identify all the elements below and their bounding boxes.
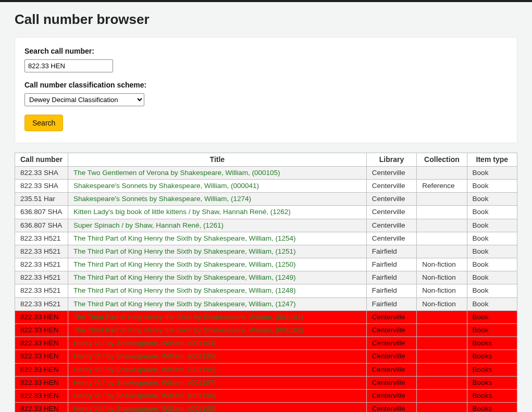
cell-title: Kitten Lady's big book of little kittens… <box>68 206 366 219</box>
table-row: 822.33 HENHenry VI / by Shakespeare, Wil… <box>15 350 517 363</box>
title-link[interactable]: The Two Gentlemen of Verona by Shakespea… <box>73 169 280 177</box>
title-link[interactable]: The Third Part of King Henry the Sixth b… <box>73 247 296 255</box>
cell-collection: Non-fiction <box>417 258 467 271</box>
cell-title: Super Spinach / by Shaw, Hannah René, (1… <box>68 219 366 232</box>
table-row: 822.33 HENHenry VI / by Shakespeare, Wil… <box>15 363 517 376</box>
cell-collection <box>417 206 467 219</box>
title-link[interactable]: Henry VI / by Shakespeare, William, (001… <box>73 339 216 347</box>
cell-collection <box>417 310 467 323</box>
cell-item-type: Books <box>467 389 517 402</box>
results-table-wrap: Call number Title Library Collection Ite… <box>15 153 517 412</box>
table-body: 822.33 SHAThe Two Gentlemen of Verona by… <box>15 166 517 412</box>
cell-title: Henry VI / by Shakespeare, William, (001… <box>68 363 366 376</box>
cell-library: Centerville <box>366 193 416 206</box>
cell-library: Fairfield <box>366 245 416 258</box>
page: Call number browser Search call number: … <box>0 11 532 412</box>
search-call-number-label: Search call number: <box>24 47 508 55</box>
cell-call-number: 822.33 HEN <box>15 376 68 389</box>
table-row: 822.33 H521The Third Part of King Henry … <box>15 258 517 271</box>
cell-item-type: Books <box>467 376 517 389</box>
cell-call-number: 636.807 SHA <box>15 219 68 232</box>
title-link[interactable]: Kitten Lady's big book of little kittens… <box>73 208 291 216</box>
table-row: 822.33 H521The Third Part of King Henry … <box>15 245 517 258</box>
search-button[interactable]: Search <box>24 115 63 131</box>
col-header-itemtype: Item type <box>467 153 517 167</box>
search-call-number-input[interactable] <box>24 59 113 72</box>
cell-collection <box>417 245 467 258</box>
cell-call-number: 822.33 SHA <box>15 179 68 192</box>
cell-item-type: Book <box>467 219 517 232</box>
cell-title: Henry VI / by Shakespeare, William, (001… <box>68 403 366 412</box>
title-link[interactable]: Shakespeare's Sonnets by Shakespeare, Wi… <box>73 182 259 190</box>
cell-call-number: 822.33 H521 <box>15 232 68 245</box>
cell-collection <box>417 324 467 337</box>
cell-title: The Third Part of King Henry the Sixth b… <box>68 258 366 271</box>
cell-title: The Third Part of King Henry the Sixth b… <box>68 245 366 258</box>
table-row: 822.33 H521The Third Part of King Henry … <box>15 232 517 245</box>
title-link[interactable]: The Third Part of King Henry the Sixth b… <box>73 300 296 308</box>
title-link[interactable]: Henry VI / by Shakespeare, William, (001… <box>73 392 216 399</box>
table-row: 822.33 HENHenry VI / by Shakespeare, Wil… <box>15 337 517 350</box>
cell-title: The Third Part of King Henry the Sixth b… <box>68 271 366 284</box>
cell-library: Fairfield <box>366 258 416 271</box>
classification-scheme-group: Call number classification scheme: Dewey… <box>24 81 508 106</box>
cell-library: Centerville <box>366 403 416 412</box>
col-header-library: Library <box>366 153 416 167</box>
classification-scheme-label: Call number classification scheme: <box>24 81 508 89</box>
cell-call-number: 235.51 Har <box>15 193 68 206</box>
title-link[interactable]: Henry VI / by Shakespeare, William, (001… <box>73 352 216 360</box>
cell-item-type: Books <box>467 337 517 350</box>
cell-collection <box>417 232 467 245</box>
cell-item-type: Book <box>467 206 517 219</box>
cell-collection <box>417 403 467 412</box>
title-link[interactable]: The Third Part of King Henry the Sixth b… <box>73 260 296 268</box>
cell-library: Centerville <box>366 310 416 323</box>
title-link[interactable]: The Third Part of King Henry the Sixth b… <box>73 326 304 334</box>
cell-call-number: 822.33 H521 <box>15 297 68 310</box>
table-row: 822.33 SHAThe Two Gentlemen of Verona by… <box>15 166 517 179</box>
cell-library: Centerville <box>366 166 416 179</box>
cell-call-number: 822.33 HEN <box>15 350 68 363</box>
cell-library: Centerville <box>366 363 416 376</box>
cell-item-type: Book <box>467 310 517 323</box>
table-row: 636.807 SHAKitten Lady's big book of lit… <box>15 206 517 219</box>
title-link[interactable]: The Third Part of King Henry the Sixth b… <box>73 234 296 242</box>
title-link[interactable]: Henry VI / by Shakespeare, William, (001… <box>73 366 216 373</box>
title-link[interactable]: Henry VI / by Shakespeare, William, (001… <box>73 405 216 412</box>
title-link[interactable]: Super Spinach / by Shaw, Hannah René, (1… <box>73 221 224 229</box>
title-link[interactable]: The Third Part of King Henry the Sixth b… <box>73 313 304 321</box>
cell-library: Centerville <box>366 206 416 219</box>
cell-title: The Two Gentlemen of Verona by Shakespea… <box>68 166 366 179</box>
table-header-row: Call number Title Library Collection Ite… <box>15 153 517 167</box>
cell-call-number: 822.33 HEN <box>15 324 68 337</box>
cell-item-type: Books <box>467 403 517 412</box>
table-row: 822.33 HENHenry VI / by Shakespeare, Wil… <box>15 403 517 412</box>
title-link[interactable]: The Third Part of King Henry the Sixth b… <box>73 286 296 294</box>
title-link[interactable]: Henry VI / by Shakespeare, William, (001… <box>73 379 216 386</box>
cell-call-number: 822.33 HEN <box>15 363 68 376</box>
cell-call-number: 822.33 HEN <box>15 389 68 402</box>
cell-item-type: Books <box>467 350 517 363</box>
cell-title: Henry VI / by Shakespeare, William, (001… <box>68 350 366 363</box>
cell-library: Centerville <box>366 324 416 337</box>
title-link[interactable]: The Third Part of King Henry the Sixth b… <box>73 273 296 281</box>
classification-scheme-select[interactable]: Dewey Decimal Classification <box>24 93 144 106</box>
cell-call-number: 822.33 H521 <box>15 271 68 284</box>
col-header-call: Call number <box>15 153 68 167</box>
table-row: 822.33 HENThe Third Part of King Henry t… <box>15 310 517 323</box>
table-row: 822.33 H521The Third Part of King Henry … <box>15 271 517 284</box>
search-call-number-group: Search call number: <box>24 47 508 72</box>
top-bar <box>0 0 532 2</box>
cell-title: The Third Part of King Henry the Sixth b… <box>68 310 366 323</box>
cell-title: Shakespeare's Sonnets by Shakespeare, Wi… <box>68 193 366 206</box>
table-row: 822.33 SHAShakespeare's Sonnets by Shake… <box>15 179 517 192</box>
cell-collection <box>417 337 467 350</box>
cell-title: The Third Part of King Henry the Sixth b… <box>68 324 366 337</box>
cell-library: Centerville <box>366 376 416 389</box>
title-link[interactable]: Shakespeare's Sonnets by Shakespeare, Wi… <box>73 195 251 203</box>
cell-item-type: Book <box>467 193 517 206</box>
table-row: 822.33 H521The Third Part of King Henry … <box>15 284 517 297</box>
table-row: 822.33 HENThe Third Part of King Henry t… <box>15 324 517 337</box>
table-row: 822.33 HENHenry VI / by Shakespeare, Wil… <box>15 376 517 389</box>
cell-collection <box>417 193 467 206</box>
